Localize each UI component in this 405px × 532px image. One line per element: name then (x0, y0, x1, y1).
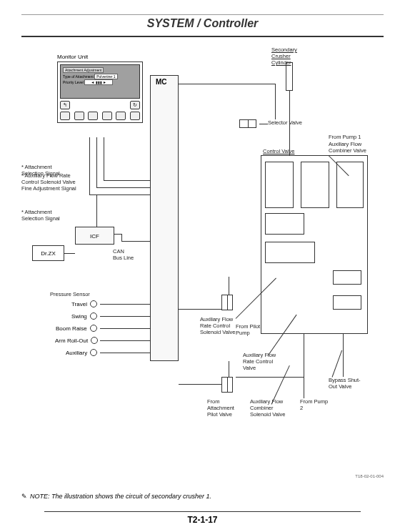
return-button[interactable]: ↻ (130, 101, 140, 109)
label-from-pump1: From Pump 1 (329, 134, 368, 140)
sensor-icon (91, 337, 98, 344)
fn-button[interactable] (74, 112, 84, 120)
sensor-travel: Travel (71, 300, 97, 307)
monitor-unit: Monitor Unit Attachment Adjustment Type … (57, 54, 143, 123)
label-from-pilot: From Pilot Pump (236, 323, 264, 336)
label-selector-valve: Selector Valve (268, 119, 302, 126)
monitor-label: Monitor Unit (57, 54, 143, 60)
fn-button[interactable] (130, 112, 140, 120)
sensor-icon (90, 325, 97, 332)
sensor-boom: Boom Raise (56, 325, 97, 332)
fn-button[interactable] (88, 112, 98, 120)
solenoid-valve-2 (221, 377, 233, 393)
label-from-pump2: From Pump 2 (300, 398, 329, 411)
control-valve-block (261, 155, 368, 334)
page-title: SYSTEM / Controller (21, 17, 384, 30)
page-number-bar: T2-1-17 (0, 507, 405, 525)
mc-label: MC (156, 78, 167, 86)
label-aux-flow-combiner: Auxiliary Flow Combiner Valve (329, 141, 371, 154)
label-attach-sel-2: * Attachment Selection Signal (21, 209, 75, 222)
diagram-area: Monitor Unit Attachment Adjustment Type … (21, 48, 384, 463)
page-header: SYSTEM / Controller (21, 14, 384, 37)
fn-button[interactable] (102, 112, 112, 120)
fn-button[interactable] (60, 112, 70, 120)
sensor-aux: Auxiliary (66, 349, 97, 356)
page: SYSTEM / Controller Monitor Unit Attachm… (0, 0, 405, 532)
drzx-box: Dr.ZX (32, 245, 64, 261)
monitor-screen: Attachment Adjustment Type of Attachment… (60, 64, 140, 99)
crusher-cylinder (286, 62, 293, 91)
monitor-fn-row (60, 112, 140, 120)
screen-title: Attachment Adjustment (63, 67, 104, 73)
solenoid-valve-1 (221, 295, 233, 310)
label-aux-flow-fine: * Auxiliary Flow Rate Control Solenoid V… (21, 172, 82, 192)
label-pressure-sensor: Pressure Sensor (50, 291, 90, 297)
label-aux-flow-comb-sol: Auxiliary Flow Combiner Solenoid Valve (250, 398, 289, 418)
sensor-icon (90, 349, 97, 356)
label-bypass: Bypass Shut-Out Valve (329, 377, 368, 390)
label-aux-flow-rate: Auxiliary Flow Rate Control Valve (243, 352, 286, 371)
sensor-icon (90, 312, 97, 320)
fn-button[interactable] (116, 112, 126, 120)
mc-block (150, 75, 179, 361)
sensor-icon (90, 300, 97, 307)
sensor-swing: Swing (71, 312, 97, 320)
label-aux-flow-sol: Auxiliary Flow Rate Control Solenoid Val… (200, 316, 239, 335)
figure-id: T18-02-01-004 (355, 474, 384, 478)
icf-box: ICF (75, 227, 114, 245)
page-number: T2-1-17 (44, 511, 360, 525)
back-button[interactable]: ↰ (60, 101, 70, 109)
label-can-bus: CAN Bus Line (113, 248, 134, 261)
monitor-nav-row: ↰ ↻ (60, 101, 140, 109)
monitor-box: Attachment Adjustment Type of Attachment… (57, 61, 143, 123)
selector-valve (239, 119, 256, 128)
label-from-attach-pilot: From Attachment Pilot Valve (207, 398, 243, 418)
note-text: NOTE: The illustration shows the circuit… (21, 493, 243, 500)
sensor-arm: Arm Roll-Out (55, 337, 98, 344)
